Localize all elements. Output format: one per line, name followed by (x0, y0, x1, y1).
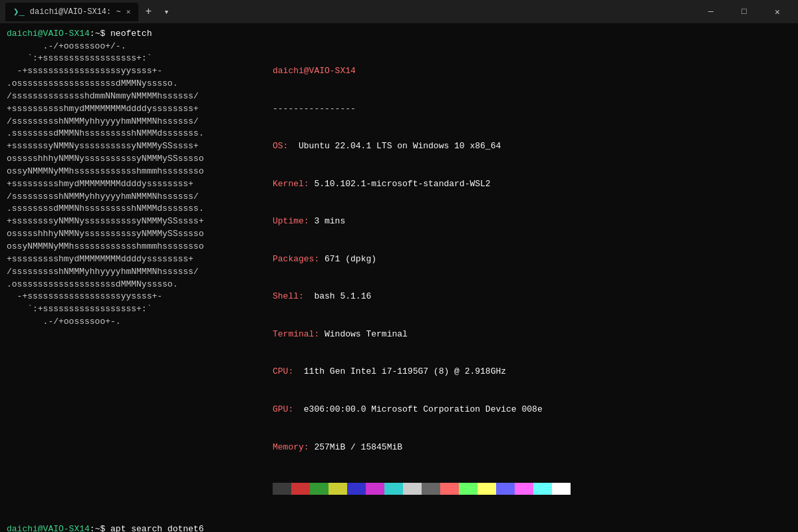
color-block-2 (310, 483, 329, 495)
color-block-9 (440, 483, 459, 495)
info-memory: Memory: 257MiB / 15845MiB (273, 442, 571, 454)
minimize-button[interactable]: — (696, 3, 726, 21)
tab-dropdown-button[interactable]: ▾ (158, 3, 174, 21)
info-shell: Shell: bash 5.1.16 (273, 291, 571, 303)
maximize-button[interactable]: □ (729, 3, 759, 21)
titlebar: ❯_ daichi@VAIO-SX14: ~ ✕ + ▾ — □ ✕ (0, 0, 798, 23)
color-block-6 (384, 483, 403, 495)
command-line-2: daichi@VAIO-SX14:~$ apt search dotnet6 (7, 523, 791, 532)
info-packages: Packages: 671 (dpkg) (273, 253, 571, 266)
prompt-1: daichi@VAIO-SX14 (7, 29, 90, 39)
color-block-5 (366, 483, 384, 495)
terminal-body: daichi@VAIO-SX14:~$ neofetch .-/+oosssso… (0, 23, 798, 532)
neofetch-info: daichi@VAIO-SX14 ---------------- OS: Ub… (269, 41, 571, 520)
terminal-tab[interactable]: ❯_ daichi@VAIO-SX14: ~ ✕ (5, 3, 138, 21)
info-kernel: Kernel: 5.10.102.1-microsoft-standard-WS… (273, 178, 571, 191)
color-block-3 (329, 483, 347, 495)
new-tab-button[interactable]: + (138, 3, 158, 21)
command-line-1: daichi@VAIO-SX14:~$ neofetch (7, 27, 791, 41)
terminal-icon: ❯_ (13, 6, 25, 17)
info-gpu: GPU: e306:00:00.0 Microsoft Corporation … (273, 404, 571, 416)
color-block-15 (552, 483, 571, 495)
color-block-14 (533, 483, 552, 495)
info-hostname-line: daichi@VAIO-SX14 (273, 65, 571, 78)
info-separator-line: ---------------- (273, 103, 571, 116)
close-button[interactable]: ✕ (762, 3, 793, 21)
color-block-4 (347, 483, 366, 495)
info-os: OS: Ubuntu 22.04.1 LTS on Windows 10 x86… (273, 140, 571, 153)
color-swatches (273, 483, 571, 495)
color-block-13 (515, 483, 533, 495)
tab-label: daichi@VAIO-SX14: ~ (30, 7, 121, 17)
color-block-7 (403, 483, 422, 495)
prompt-2: daichi@VAIO-SX14 (7, 524, 90, 532)
neofetch-output: .-/+oossssoo+/-. `:+ssssssssssssssssss+:… (7, 41, 791, 520)
neofetch-ascii: .-/+oossssoo+/-. `:+ssssssssssssssssss+:… (7, 41, 269, 520)
color-block-11 (477, 483, 496, 495)
info-uptime: Uptime: 3 mins (273, 215, 571, 228)
color-block-0 (273, 483, 291, 495)
color-block-8 (422, 483, 440, 495)
color-block-1 (291, 483, 310, 495)
color-block-12 (496, 483, 515, 495)
info-terminal: Terminal: Windows Terminal (273, 329, 571, 341)
tab-close-button[interactable]: ✕ (126, 7, 131, 16)
color-block-10 (459, 483, 477, 495)
cmd-1: :~$ neofetch (90, 29, 152, 39)
info-cpu: CPU: 11th Gen Intel i7-1195G7 (8) @ 2.91… (273, 366, 571, 378)
